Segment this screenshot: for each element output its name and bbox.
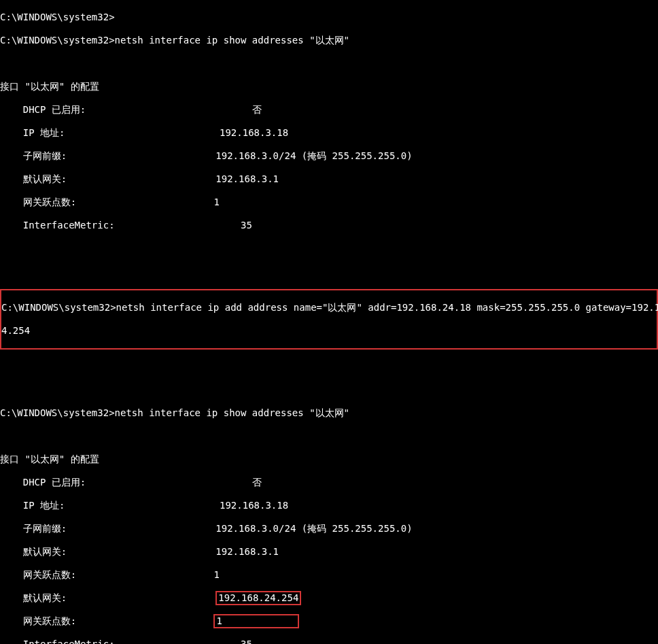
command-line: C:\WINDOWS\system32>netsh interface ip s… [0,35,658,46]
hops-row: 网关跃点数: 1 [0,197,658,208]
prefix-row: 子网前缀: 192.168.3.0/24 (掩码 255.255.255.0) [0,150,658,162]
config-header: 接口 "以太网" 的配置 [0,81,658,92]
command: netsh interface ip add address name="以太网… [116,302,658,313]
prompt: C:\WINDOWS\system32> [0,407,115,418]
command: netsh interface ip show addresses "以太网" [115,35,349,46]
highlight-new-gateway: 192.168.24.254 [215,591,301,605]
ifmetric-row: InterfaceMetric: 35 [0,220,658,231]
command: netsh interface ip show addresses "以太网" [115,407,349,418]
config-header: 接口 "以太网" 的配置 [0,454,658,465]
prompt: C:\WINDOWS\system32> [0,35,115,46]
ip-row: IP 地址: 192.168.3.18 [0,127,658,139]
command-line: C:\WINDOWS\system32>netsh interface ip s… [0,407,658,419]
ip-row: IP 地址: 192.168.3.18 [0,500,658,511]
gateway-row-2: 默认网关: 192.168.24.254 [0,592,658,604]
dhcp-row: DHCP 已启用: 否 [0,477,658,488]
highlight-new-hops: 1 [213,614,299,628]
prompt: C:\WINDOWS\system32> [0,12,115,22]
prefix-row: 子网前缀: 192.168.3.0/24 (掩码 255.255.255.0) [0,523,658,535]
dhcp-row: DHCP 已启用: 否 [0,104,658,116]
hops-row-2: 网关跃点数: 1 [0,615,658,627]
hops-row: 网关跃点数: 1 [0,569,658,581]
command-line-wrap: 4.254 [1,325,657,337]
prompt-line: C:\WINDOWS\system32> [0,12,658,23]
highlight-add-command: C:\WINDOWS\system32>netsh interface ip a… [0,289,658,350]
prompt: C:\WINDOWS\system32> [1,302,116,313]
ifmetric-row: InterfaceMetric: 35 [0,639,658,644]
command-line: C:\WINDOWS\system32>netsh interface ip a… [1,302,657,313]
gateway-row: 默认网关: 192.168.3.1 [0,173,658,185]
terminal-window[interactable]: C:\WINDOWS\system32> C:\WINDOWS\system32… [0,0,658,644]
gateway-row: 默认网关: 192.168.3.1 [0,546,658,558]
